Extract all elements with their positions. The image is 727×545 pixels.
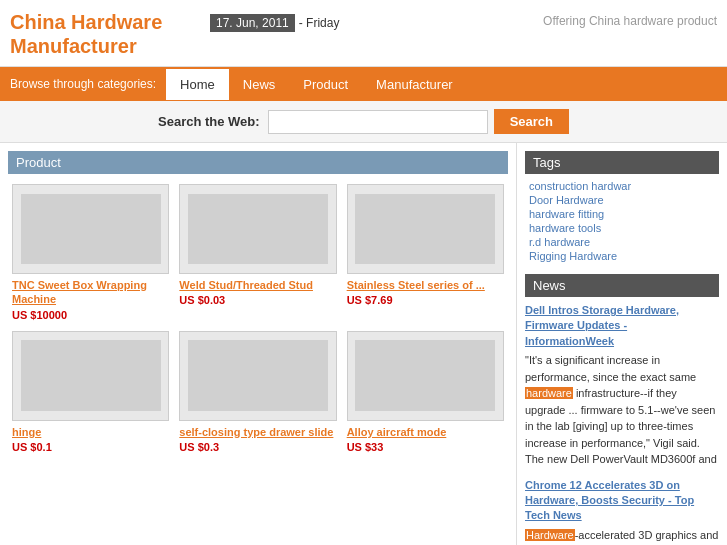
product-name[interactable]: TNC Sweet Box Wrapping Machine — [12, 278, 169, 307]
product-name[interactable]: Stainless Steel series of ... — [347, 278, 485, 292]
tags-title: Tags — [525, 151, 719, 174]
product-image — [347, 331, 504, 421]
product-price: US $0.1 — [12, 441, 52, 453]
product-image — [12, 184, 169, 274]
product-section-title: Product — [8, 151, 508, 174]
product-image — [179, 184, 336, 274]
nav-bar: Browse through categories: Home News Pro… — [0, 67, 727, 101]
list-item: Alloy aircraft mode US $33 — [347, 331, 504, 453]
site-title-line2: Manufacturer — [10, 35, 137, 57]
product-price: US $7.69 — [347, 294, 393, 306]
list-item: hinge US $0.1 — [12, 331, 169, 453]
news-item-body: "It's a significant increase in performa… — [525, 352, 719, 468]
nav-links: Home News Product Manufacturer — [166, 69, 467, 100]
search-input[interactable] — [268, 110, 488, 134]
product-image — [12, 331, 169, 421]
product-name[interactable]: self-closing type drawer slide — [179, 425, 333, 439]
product-price: US $0.3 — [179, 441, 219, 453]
product-image — [347, 184, 504, 274]
tag-link[interactable]: r.d hardware — [529, 236, 715, 248]
tags-section: Tags construction hardwar Door Hardware … — [525, 151, 719, 262]
search-button[interactable]: Search — [494, 109, 569, 134]
search-label: Search the Web: — [158, 114, 260, 129]
tag-link[interactable]: hardware fitting — [529, 208, 715, 220]
news-item-title[interactable]: Chrome 12 Accelerates 3D on Hardware, Bo… — [525, 478, 719, 524]
tags-list: construction hardwar Door Hardware hardw… — [525, 180, 719, 262]
news-item-body: Hardware-accelerated 3D graphics and imp… — [525, 527, 719, 545]
product-price: US $10000 — [12, 309, 67, 321]
main-layout: Product TNC Sweet Box Wrapping Machine U… — [0, 143, 727, 545]
tag-link[interactable]: Door Hardware — [529, 194, 715, 206]
list-item: Chrome 12 Accelerates 3D on Hardware, Bo… — [525, 478, 719, 545]
list-item: self-closing type drawer slide US $0.3 — [179, 331, 336, 453]
news-item-title[interactable]: Dell Intros Storage Hardware, Firmware U… — [525, 303, 719, 349]
list-item: Dell Intros Storage Hardware, Firmware U… — [525, 303, 719, 468]
search-bar: Search the Web: Search — [0, 101, 727, 143]
site-title-line1: China Hardware — [10, 11, 162, 33]
product-name[interactable]: hinge — [12, 425, 41, 439]
list-item: TNC Sweet Box Wrapping Machine US $10000 — [12, 184, 169, 321]
news-section: News Dell Intros Storage Hardware, Firmw… — [525, 274, 719, 545]
date-text: - Friday — [299, 16, 340, 30]
nav-link-manufacturer[interactable]: Manufacturer — [362, 69, 467, 100]
list-item: Stainless Steel series of ... US $7.69 — [347, 184, 504, 321]
product-name[interactable]: Weld Stud/Threaded Stud — [179, 278, 313, 292]
product-price: US $33 — [347, 441, 384, 453]
news-highlight: hardware — [525, 387, 573, 399]
date-area: 17. Jun, 2011 - Friday — [210, 10, 543, 32]
tagline: Offering China hardware product — [543, 10, 717, 28]
site-title: China Hardware Manufacturer — [10, 10, 210, 58]
content-area: Product TNC Sweet Box Wrapping Machine U… — [0, 143, 517, 545]
product-grid: TNC Sweet Box Wrapping Machine US $10000… — [8, 184, 508, 453]
date-badge: 17. Jun, 2011 — [210, 14, 295, 32]
tag-link[interactable]: Rigging Hardware — [529, 250, 715, 262]
nav-link-home[interactable]: Home — [166, 69, 229, 100]
browse-label: Browse through categories: — [10, 77, 156, 91]
tag-link[interactable]: construction hardwar — [529, 180, 715, 192]
product-image — [179, 331, 336, 421]
sidebar: Tags construction hardwar Door Hardware … — [517, 143, 727, 545]
header: China Hardware Manufacturer 17. Jun, 201… — [0, 0, 727, 67]
product-price: US $0.03 — [179, 294, 225, 306]
tag-link[interactable]: hardware tools — [529, 222, 715, 234]
nav-link-product[interactable]: Product — [289, 69, 362, 100]
nav-link-news[interactable]: News — [229, 69, 290, 100]
news-title: News — [525, 274, 719, 297]
news-highlight: Hardware — [525, 529, 575, 541]
product-name[interactable]: Alloy aircraft mode — [347, 425, 447, 439]
list-item: Weld Stud/Threaded Stud US $0.03 — [179, 184, 336, 321]
